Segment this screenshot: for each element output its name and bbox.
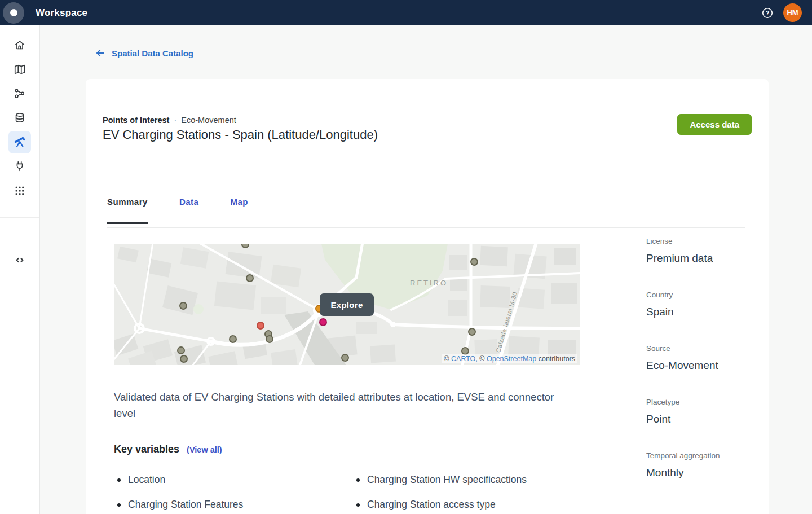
meta-country: Country Spain	[646, 291, 765, 318]
key-variable-item: Charging Station access type	[356, 499, 527, 511]
sidebar-item-data-explorer[interactable]	[8, 107, 31, 129]
dataset-description: Validated data of EV Charging Stations w…	[114, 389, 565, 421]
telescope-icon	[13, 135, 27, 149]
map-point-gray	[241, 244, 249, 248]
osm-attribution-link[interactable]: OpenStreetMap	[487, 355, 536, 363]
sidebar-item-data-catalog[interactable]	[8, 131, 31, 153]
key-variable-item: Charging Station HW specificactions	[356, 474, 527, 486]
map-icon	[14, 63, 26, 76]
apps-grid-icon	[14, 184, 26, 197]
code-icon	[13, 253, 27, 267]
page-title: EV Charging Stations - Spain (Latitude/L…	[103, 128, 378, 142]
back-link-label: Spatial Data Catalog	[112, 49, 193, 58]
breadcrumb-provider: Eco-Movement	[181, 116, 236, 125]
arrow-left-icon	[95, 47, 106, 59]
meta-placetype: Placetype Point	[646, 398, 765, 425]
dataset-detail-card: Points of Interest·Eco-Movement EV Charg…	[86, 79, 769, 514]
database-icon	[14, 112, 26, 124]
carto-logo	[3, 2, 24, 24]
map-point-gray	[468, 328, 476, 336]
explore-button[interactable]: Explore	[320, 293, 374, 316]
attribution-copyright: ©	[444, 355, 451, 363]
meta-value: Spain	[646, 306, 765, 318]
map-attribution: © CARTO, © OpenStreetMap contributors	[442, 354, 577, 363]
map-point-gray	[266, 335, 273, 343]
key-variable-item: Charging Station Features	[117, 499, 356, 511]
attribution-copyright-2: , ©	[475, 355, 487, 363]
bullet-icon	[117, 478, 121, 482]
key-variable-item: Location	[117, 474, 356, 486]
meta-value: Eco-Movement	[646, 359, 765, 372]
key-variables-list: Location Charging Station HW specificact…	[117, 474, 527, 511]
map-point-magenta	[319, 318, 327, 326]
home-icon	[14, 39, 26, 51]
carto-logo-dot	[10, 9, 17, 16]
bullet-icon	[356, 478, 360, 482]
key-variable-label: Location	[128, 474, 165, 486]
meta-label: Placetype	[646, 398, 765, 406]
map-point-gray	[341, 354, 349, 362]
sidebar-item-applications[interactable]	[8, 179, 31, 202]
tabs-divider	[107, 227, 745, 228]
meta-value: Premium data	[646, 252, 765, 265]
sidebar-item-home[interactable]	[8, 34, 31, 56]
tab-data[interactable]: Data	[179, 197, 199, 224]
meta-license: License Premium data	[646, 237, 765, 265]
bullet-icon	[356, 503, 360, 507]
access-data-button[interactable]: Access data	[677, 114, 752, 135]
map-point-red	[257, 322, 264, 330]
sidebar	[0, 25, 40, 514]
sidebar-item-developers[interactable]	[8, 249, 31, 271]
meta-value: Monthly	[646, 467, 765, 479]
breadcrumb-category: Points of Interest	[103, 116, 169, 125]
breadcrumb: Points of Interest·Eco-Movement	[103, 116, 236, 125]
avatar[interactable]: HM	[783, 3, 802, 22]
plug-icon	[14, 160, 26, 173]
key-variable-label: Charging Station access type	[367, 499, 496, 511]
tab-bar: Summary Data Map	[107, 197, 248, 224]
meta-label: Temporal aggregation	[646, 451, 765, 460]
topbar: Workspace ? HM	[0, 0, 812, 25]
key-variable-label: Charging Station Features	[128, 499, 243, 511]
map-point-gray	[177, 346, 185, 354]
meta-source: Source Eco-Movement	[646, 344, 765, 372]
map-point-gray	[461, 347, 469, 355]
meta-label: License	[646, 237, 765, 245]
map-point-gray	[229, 335, 237, 343]
meta-label: Source	[646, 344, 765, 353]
app-title: Workspace	[36, 7, 87, 19]
meta-value: Point	[646, 413, 765, 425]
key-variable-label: Charging Station HW specificactions	[367, 474, 527, 486]
bullet-icon	[117, 503, 121, 507]
sidebar-divider	[0, 217, 39, 218]
workflows-icon	[14, 87, 26, 100]
view-all-link[interactable]: (View all)	[187, 445, 222, 454]
svg-text:?: ?	[766, 10, 770, 16]
map-point-gray	[180, 355, 188, 363]
map-point-gray	[470, 258, 478, 266]
map-point-gray	[179, 302, 187, 310]
attribution-suffix: contributors	[536, 355, 575, 363]
tab-map[interactable]: Map	[230, 197, 248, 224]
metadata-panel: License Premium data Country Spain Sourc…	[646, 237, 765, 505]
topbar-actions: ? HM	[761, 3, 802, 22]
help-button[interactable]: ?	[761, 6, 774, 20]
question-icon: ?	[761, 7, 774, 19]
tab-summary[interactable]: Summary	[107, 197, 148, 224]
sidebar-item-workflows[interactable]	[8, 82, 31, 105]
map-preview[interactable]: RETIRO Calzada lateral M-30 Explore © CA…	[114, 244, 580, 365]
key-variables-header: Key variables (View all)	[114, 443, 222, 455]
sidebar-item-connections[interactable]	[8, 155, 31, 178]
breadcrumb-separator: ·	[174, 116, 176, 125]
back-to-catalog-link[interactable]: Spatial Data Catalog	[95, 47, 193, 59]
carto-attribution-link[interactable]: CARTO	[451, 355, 475, 363]
meta-temporal-aggregation: Temporal aggregation Monthly	[646, 451, 765, 479]
sidebar-item-maps[interactable]	[8, 58, 31, 81]
key-variables-title: Key variables	[114, 443, 179, 455]
meta-label: Country	[646, 291, 765, 299]
map-point-gray	[246, 274, 254, 282]
